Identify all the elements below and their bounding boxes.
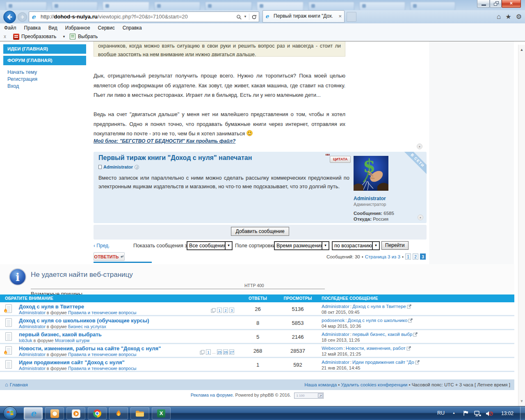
topic-forum-link[interactable]: Мозговой штурм: [55, 338, 89, 343]
clock[interactable]: 13:02: [501, 411, 514, 416]
go-button[interactable]: Перейти: [381, 241, 409, 250]
page-1-link[interactable]: 1: [405, 253, 411, 260]
topic-title-link[interactable]: Доход с нуля в Твиттере: [19, 304, 238, 310]
topic-forum-link[interactable]: Правила и технические вопросы: [68, 366, 136, 371]
last-post-link[interactable]: первый бизнес, какой выбр: [352, 332, 412, 337]
topic-forum-link[interactable]: Бизнес на услугах: [68, 324, 106, 329]
back-to-top-icon[interactable]: ▲: [417, 144, 422, 149]
network-icon[interactable]: [474, 411, 481, 418]
taskbar-internet-explorer[interactable]: e: [24, 407, 43, 420]
volume-muted-icon[interactable]: [486, 411, 493, 418]
last-post-link[interactable]: Доход с нуля со школьнико: [347, 318, 407, 323]
taskbar-media-player[interactable]: [66, 407, 85, 420]
topic-forum-link[interactable]: Правила и технические вопросы: [68, 310, 136, 315]
last-post-link[interactable]: Новости, изменения, работ: [346, 346, 406, 351]
last-post-author-link[interactable]: podosenok: [322, 318, 345, 323]
topic-title-link[interactable]: Идеи продвижения сайт "Доход с нуля": [19, 359, 238, 365]
start-button[interactable]: [3, 406, 17, 420]
close-toolbar-icon[interactable]: x: [4, 34, 6, 39]
minimize-button[interactable]: [477, 0, 490, 8]
goto-post-icon[interactable]: [406, 346, 411, 351]
menu-file[interactable]: Файл: [4, 25, 16, 31]
last-post-author-link[interactable]: Webecom: [322, 346, 343, 351]
browser-tab[interactable]: e Первый тираж книги "Дох... ×: [262, 10, 345, 23]
topic-author-link[interactable]: Administrator: [19, 324, 46, 329]
taskbar-mail-app[interactable]: [45, 407, 64, 420]
menu-favorites[interactable]: Избранное: [65, 25, 90, 31]
signature-blog-link[interactable]: Мой блог: "БЕГСТВО ОТ БЕДНОСТИ" Как прод…: [94, 138, 235, 144]
scroll-up-icon[interactable]: ▲: [518, 48, 525, 52]
sidebar-item-forum[interactable]: ФОРУМ (ГЛАВНАЯ): [3, 56, 86, 65]
topic-forum-link[interactable]: Правила и технические вопросы: [68, 352, 136, 357]
hit-counter-badge[interactable]: 1 100↗: [294, 393, 324, 399]
menu-view[interactable]: Вид: [48, 25, 57, 31]
goto-post-icon[interactable]: [413, 332, 418, 337]
quote-button[interactable]: ЦИТАТА: [330, 156, 351, 163]
forward-button[interactable]: [18, 12, 27, 22]
last-post-link[interactable]: Доход с нуля в Твиттере: [352, 304, 406, 309]
new-tab-button[interactable]: [347, 12, 356, 22]
reply-button[interactable]: ОТВЕТИТЬ: [94, 252, 125, 261]
sidebar-link-register[interactable]: Регистрация: [7, 76, 86, 83]
avatar[interactable]: $: [354, 156, 388, 191]
last-post-author-link[interactable]: Administrator: [322, 304, 349, 309]
last-post-link[interactable]: Идеи продвижения сайт "До: [352, 360, 414, 365]
topic-title-link[interactable]: Доход с нуля со школьников (обучающие ку…: [19, 317, 238, 324]
show-desktop-button[interactable]: [520, 406, 525, 420]
taskbar-chrome[interactable]: [88, 407, 107, 420]
goto-post-icon[interactable]: [415, 360, 420, 365]
topic-author-link[interactable]: Administrator: [19, 310, 46, 315]
menu-help[interactable]: Справка: [123, 25, 142, 31]
taskbar-excel[interactable]: X: [152, 407, 171, 420]
refresh-icon[interactable]: [251, 14, 257, 20]
convert-button[interactable]: Преобразовать: [21, 34, 56, 39]
last-post-author-link[interactable]: Administrator: [322, 332, 349, 337]
address-bar[interactable]: e http://dohod-s-nulya.ru/viewtopic.php?…: [29, 11, 259, 22]
topic-title-link[interactable]: первый бизнес, какой выбрать: [19, 331, 238, 338]
footer-ad-link[interactable]: Реклама на форуме.: [191, 393, 234, 397]
topic-author-link[interactable]: Administrator: [19, 352, 46, 357]
select-button[interactable]: Выбрать: [78, 34, 98, 39]
tray-expand-icon[interactable]: ▲: [452, 411, 455, 414]
prev-page-link[interactable]: ‹ Пред.: [94, 243, 110, 249]
topic-author-link[interactable]: Administrator: [19, 366, 46, 371]
show-posts-select[interactable]: Все сообщения▼: [187, 241, 233, 250]
footer-team-link[interactable]: Наша команда: [304, 382, 337, 387]
settings-icon[interactable]: ⚙: [516, 13, 522, 21]
tab-close-icon[interactable]: ×: [338, 13, 342, 20]
home-icon[interactable]: ⌂: [497, 13, 501, 21]
menu-edit[interactable]: Правка: [24, 25, 41, 31]
search-icon[interactable]: [236, 14, 242, 20]
add-message-button[interactable]: Добавить сообщение: [231, 227, 289, 236]
menu-tools[interactable]: Сервис: [98, 25, 115, 31]
taskbar-file-explorer[interactable]: [130, 407, 149, 420]
vertical-scrollbar[interactable]: ▲ ▼: [518, 45, 525, 406]
footer-cookies-link[interactable]: Удалить cookies конференции: [341, 382, 408, 387]
post-author-link[interactable]: Administrator: [103, 164, 133, 169]
action-center-icon[interactable]: [463, 410, 468, 418]
close-button[interactable]: ×: [502, 0, 521, 8]
address-dropdown-icon[interactable]: ▼: [244, 12, 247, 22]
sidebar-link-new-topic[interactable]: Начать тему: [7, 69, 86, 76]
last-post-author-link[interactable]: Administrator: [322, 360, 349, 365]
divider: [31, 289, 325, 289]
scroll-down-icon[interactable]: ▼: [518, 399, 525, 403]
sidebar-item-ideas[interactable]: ИДЕИ (ГЛАВНАЯ): [3, 44, 86, 54]
goto-post-icon[interactable]: [407, 304, 411, 309]
sidebar-link-login[interactable]: Вход: [7, 83, 86, 90]
language-indicator[interactable]: RU: [437, 410, 445, 416]
favorites-icon[interactable]: ★: [505, 13, 511, 21]
back-button[interactable]: [3, 11, 16, 23]
topic-author-link[interactable]: lob3uk: [19, 338, 32, 343]
profile-name-link[interactable]: Administrator: [354, 196, 386, 201]
page-2-link[interactable]: 2: [413, 253, 418, 260]
sort-field-select[interactable]: Время размещения▼: [274, 241, 329, 250]
goto-post-icon[interactable]: [408, 318, 413, 323]
footer-home-link[interactable]: Главная: [10, 379, 28, 390]
back-to-top-icon[interactable]: ▲: [418, 215, 423, 220]
url-text[interactable]: http://dohod-s-nulya.ru/viewtopic.php?f=…: [41, 12, 188, 22]
sort-order-select[interactable]: по возрастанию▼: [332, 241, 380, 250]
taskbar-flame-app[interactable]: [109, 407, 128, 420]
maximize-button[interactable]: [490, 0, 502, 8]
convert-dropdown-icon[interactable]: ▼: [62, 35, 66, 39]
